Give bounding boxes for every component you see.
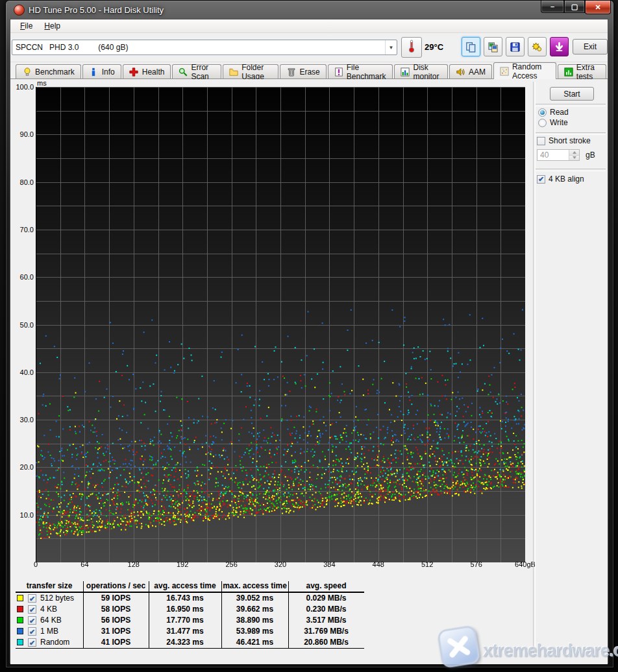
table-row: ✔512 bytes59 IOPS16.743 ms39.052 ms0.029…	[16, 593, 364, 604]
series-color-swatch	[17, 606, 23, 612]
tab-random-access[interactable]: Random Access	[493, 62, 556, 79]
series-label: 1 MB	[40, 627, 58, 636]
ops-value: 56 IOPS	[83, 616, 149, 625]
y-axis-tick-label: 80.0	[10, 178, 34, 186]
spinner-up-button[interactable]	[569, 150, 579, 156]
maximize-button[interactable]: ▢	[564, 1, 585, 13]
panel-separator	[536, 104, 606, 106]
tab-error-scan[interactable]: Error Scan	[172, 64, 221, 78]
x-axis-tick-label: 448	[363, 560, 394, 568]
short-stroke-label: Short stroke	[549, 136, 591, 145]
write-radio[interactable]	[538, 119, 547, 127]
drive-selector-value: SPCCN PHD 3.0 (640 gB)	[12, 43, 385, 52]
x-axis-tick-label: 384	[314, 560, 345, 568]
y-axis-tick-label: 40.0	[10, 368, 34, 376]
series-label: 4 KB	[40, 605, 57, 614]
tab-file-benchmark[interactable]: File Benchmark	[328, 64, 393, 78]
tab-disk-monitor[interactable]: Disk monitor	[394, 64, 447, 78]
watermark: xtremehardware.com	[434, 623, 618, 672]
tab-label: Health	[142, 67, 165, 77]
tab-erase[interactable]: Erase	[280, 64, 326, 78]
erase-icon	[286, 67, 296, 77]
x-axis-tick-label: 128	[118, 560, 149, 568]
save-icon	[510, 42, 521, 53]
health-icon	[129, 67, 139, 77]
temperature-button[interactable]	[401, 37, 422, 58]
series-color-swatch	[17, 617, 23, 623]
series-checkbox[interactable]: ✔	[28, 605, 36, 614]
panel-separator	[536, 169, 606, 171]
ops-value: 59 IOPS	[83, 594, 149, 603]
temperature-value: 29°C	[425, 42, 443, 52]
download-button[interactable]	[550, 37, 569, 56]
start-button[interactable]: Start	[550, 87, 594, 101]
info-icon	[89, 67, 99, 77]
avg-speed-value: 20.860 MB/s	[288, 638, 364, 647]
results-table: transfer sizeoperations / secavg. access…	[16, 581, 364, 649]
x-axis-tick-label: 0	[20, 560, 51, 568]
x-axis-tick-label: 256	[216, 560, 247, 568]
series-checkbox[interactable]: ✔	[28, 594, 36, 603]
random-access-scatter-chart	[36, 87, 525, 562]
title-bar[interactable]: HD Tune Pro 5.00 - Hard Disk Utility – ▢…	[6, 1, 613, 19]
tab-aam[interactable]: AAM	[449, 64, 492, 78]
tab-label: Disk monitor	[413, 63, 441, 81]
random-access-icon	[500, 66, 509, 76]
series-color-swatch	[17, 639, 23, 645]
series-checkbox[interactable]: ✔	[28, 638, 36, 647]
tab-label: Benchmark	[35, 67, 75, 77]
avg-speed-value: 0.230 MB/s	[288, 605, 364, 614]
kb-align-checkbox[interactable]: ✔	[537, 175, 545, 184]
y-axis-tick-label: 60.0	[10, 273, 34, 281]
close-button[interactable]: ✕	[585, 1, 611, 14]
save-button[interactable]	[506, 37, 525, 56]
capacity-spinner[interactable]: 40	[537, 149, 580, 161]
tab-label: File Benchmark	[347, 63, 387, 81]
table-row: ✔64 KB56 IOPS17.770 ms38.890 ms3.517 MB/…	[16, 615, 364, 626]
watermark-text: xtremehardware.com	[483, 641, 618, 661]
tab-health[interactable]: Health	[123, 64, 171, 78]
download-icon	[554, 42, 565, 53]
tab-folder-usage[interactable]: Folder Usage	[223, 64, 278, 78]
copy-image-icon	[488, 42, 499, 53]
tab-label: Info	[102, 67, 115, 77]
x-axis-tick-label: 320	[265, 560, 296, 568]
tab-benchmark[interactable]: Benchmark	[16, 64, 81, 78]
copy-image-button[interactable]	[484, 37, 502, 56]
options-button[interactable]	[528, 37, 547, 56]
read-radio[interactable]	[538, 108, 547, 117]
tab-extra-tests[interactable]: Extra tests	[558, 64, 606, 78]
y-axis-tick-label: 90.0	[10, 130, 34, 138]
avg-access-value: 24.323 ms	[149, 638, 221, 647]
table-header: operations / sec	[83, 581, 149, 592]
series-label: 512 bytes	[40, 594, 74, 603]
series-checkbox[interactable]: ✔	[28, 627, 36, 636]
y-axis-tick-label: 50.0	[10, 321, 34, 329]
tab-label: Folder Usage	[241, 63, 272, 81]
menu-file[interactable]: File	[14, 20, 38, 32]
copy-icon	[465, 42, 476, 53]
plot-area	[36, 87, 525, 562]
copy-button[interactable]	[462, 37, 480, 56]
folder-icon	[229, 67, 238, 77]
kb-align-label: 4 KB align	[549, 174, 584, 184]
short-stroke-checkbox[interactable]	[537, 137, 545, 145]
speaker-icon	[456, 67, 465, 77]
tab-info[interactable]: Info	[82, 64, 121, 78]
drive-selector[interactable]: SPCCN PHD 3.0 (640 gB) ▼	[12, 40, 397, 55]
exit-button[interactable]: Exit	[573, 39, 608, 54]
capacity-value: 40	[538, 150, 569, 160]
avg-speed-value: 3.517 MB/s	[288, 616, 364, 625]
menu-help[interactable]: Help	[38, 20, 66, 32]
table-row: ✔4 KB58 IOPS16.950 ms39.662 ms0.230 MB/s	[16, 604, 364, 615]
max-access-value: 39.662 ms	[221, 605, 288, 614]
max-access-value: 53.989 ms	[221, 627, 288, 636]
panel-separator	[536, 132, 606, 135]
series-checkbox[interactable]: ✔	[28, 616, 36, 625]
chevron-down-icon: ▼	[385, 40, 397, 54]
series-color-swatch	[17, 628, 23, 634]
spinner-down-button[interactable]	[569, 156, 579, 161]
avg-access-value: 17.770 ms	[149, 616, 221, 625]
minimize-button[interactable]: –	[541, 1, 564, 13]
toolbar: SPCCN PHD 3.0 (640 gB) ▼ 29°C Exit	[10, 33, 608, 62]
